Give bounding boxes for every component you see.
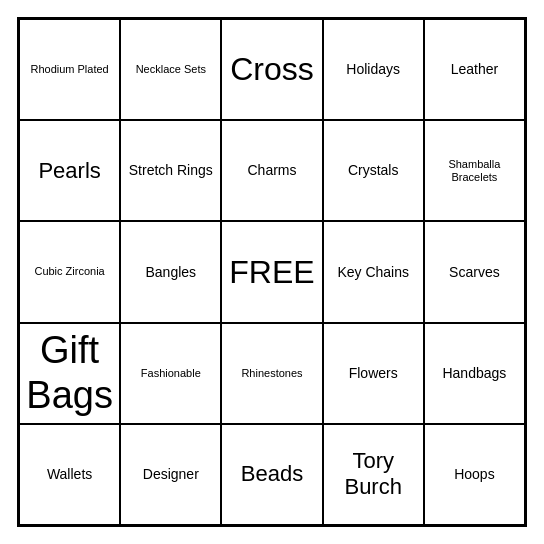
cell-r1c3[interactable]: Crystals <box>323 120 424 221</box>
cell-r3c0[interactable]: Gift Bags <box>19 323 120 424</box>
cell-text-r4c0: Wallets <box>47 466 92 483</box>
cell-text-r0c3: Holidays <box>346 61 400 78</box>
cell-r0c3[interactable]: Holidays <box>323 19 424 120</box>
cell-r0c4[interactable]: Leather <box>424 19 525 120</box>
cell-text-r0c1: Necklace Sets <box>136 63 206 76</box>
bingo-board: Rhodium PlatedNecklace SetsCrossHolidays… <box>17 17 527 527</box>
cell-r4c1[interactable]: Designer <box>120 424 221 525</box>
cell-text-r0c0: Rhodium Plated <box>30 63 108 76</box>
cell-r4c2[interactable]: Beads <box>221 424 322 525</box>
cell-text-r4c1: Designer <box>143 466 199 483</box>
cell-r2c2[interactable]: FREE <box>221 221 322 322</box>
cell-text-r1c4: Shamballa Bracelets <box>429 158 520 184</box>
cell-r4c3[interactable]: Tory Burch <box>323 424 424 525</box>
cell-r4c4[interactable]: Hoops <box>424 424 525 525</box>
cell-text-r0c2: Cross <box>230 50 314 88</box>
cell-r2c0[interactable]: Cubic Zirconia <box>19 221 120 322</box>
cell-r2c1[interactable]: Bangles <box>120 221 221 322</box>
cell-r1c0[interactable]: Pearls <box>19 120 120 221</box>
cell-r0c0[interactable]: Rhodium Plated <box>19 19 120 120</box>
cell-r0c1[interactable]: Necklace Sets <box>120 19 221 120</box>
cell-text-r2c4: Scarves <box>449 264 500 281</box>
cell-r4c0[interactable]: Wallets <box>19 424 120 525</box>
cell-text-r2c2: FREE <box>229 253 314 291</box>
cell-r3c1[interactable]: Fashionable <box>120 323 221 424</box>
cell-r3c2[interactable]: Rhinestones <box>221 323 322 424</box>
cell-r0c2[interactable]: Cross <box>221 19 322 120</box>
cell-text-r1c3: Crystals <box>348 162 399 179</box>
cell-text-r1c0: Pearls <box>38 158 100 184</box>
cell-r2c3[interactable]: Key Chains <box>323 221 424 322</box>
cell-text-r4c3: Tory Burch <box>328 448 419 501</box>
cell-text-r4c2: Beads <box>241 461 303 487</box>
cell-text-r4c4: Hoops <box>454 466 494 483</box>
cell-text-r3c2: Rhinestones <box>241 367 302 380</box>
cell-text-r3c3: Flowers <box>349 365 398 382</box>
cell-text-r1c1: Stretch Rings <box>129 162 213 179</box>
cell-text-r3c0: Gift Bags <box>24 328 115 419</box>
cell-text-r0c4: Leather <box>451 61 498 78</box>
cell-text-r1c2: Charms <box>247 162 296 179</box>
cell-text-r3c1: Fashionable <box>141 367 201 380</box>
cell-text-r2c1: Bangles <box>145 264 196 281</box>
cell-r1c2[interactable]: Charms <box>221 120 322 221</box>
cell-text-r2c3: Key Chains <box>337 264 409 281</box>
cell-text-r2c0: Cubic Zirconia <box>34 265 104 278</box>
cell-r3c4[interactable]: Handbags <box>424 323 525 424</box>
cell-r3c3[interactable]: Flowers <box>323 323 424 424</box>
cell-r2c4[interactable]: Scarves <box>424 221 525 322</box>
cell-r1c4[interactable]: Shamballa Bracelets <box>424 120 525 221</box>
cell-text-r3c4: Handbags <box>442 365 506 382</box>
cell-r1c1[interactable]: Stretch Rings <box>120 120 221 221</box>
